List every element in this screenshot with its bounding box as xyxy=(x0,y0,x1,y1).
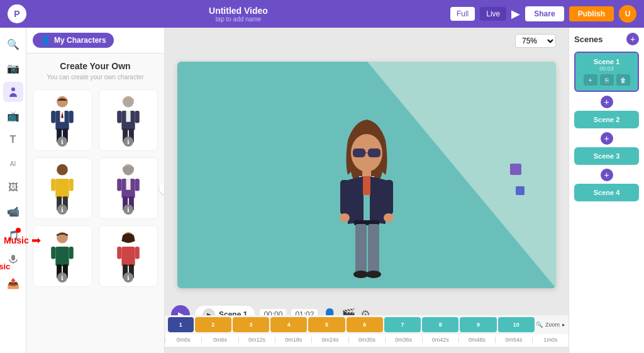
purple-rect-element[interactable] xyxy=(510,164,521,175)
scene-card-3[interactable]: Scene 3 xyxy=(574,147,639,165)
topbar-left: P xyxy=(8,4,26,23)
track-4[interactable]: 4 xyxy=(270,317,307,332)
ruler-0m0s: 0m0s xyxy=(165,337,201,343)
scene-canvas xyxy=(177,47,556,303)
sidebar-icon-search[interactable]: 🔍 xyxy=(3,34,23,54)
track-10[interactable]: 10 xyxy=(498,317,535,332)
svg-rect-16 xyxy=(117,111,121,123)
ruler-0m30s: 0m30s xyxy=(348,337,385,343)
svg-rect-13 xyxy=(126,111,130,122)
sidebar-icon-text[interactable]: T xyxy=(3,130,23,150)
music-annotation-label: Music xyxy=(4,235,29,245)
svg-rect-51 xyxy=(355,224,367,274)
mode-live-button[interactable]: Live xyxy=(480,7,506,21)
scene-1-delete[interactable]: 🗑 xyxy=(616,74,630,86)
my-characters-label: My Characters xyxy=(54,36,106,45)
svg-point-18 xyxy=(57,164,68,176)
ruler-0m36s: 0m36s xyxy=(385,337,421,343)
svg-rect-29 xyxy=(117,179,121,191)
svg-rect-45 xyxy=(368,148,380,157)
video-title[interactable]: Untitled Video xyxy=(209,6,268,16)
scene-1-add[interactable]: + xyxy=(584,74,597,86)
main-character[interactable] xyxy=(323,112,411,288)
character-card-2[interactable]: ℹ xyxy=(99,89,158,151)
svg-rect-9 xyxy=(51,111,55,123)
character-card-4[interactable]: ℹ xyxy=(99,157,158,219)
sidebar-icon-characters[interactable] xyxy=(3,82,23,102)
chars-panel-next-arrow[interactable]: › xyxy=(159,182,165,194)
chars-panel: 👤 My Characters Create Your Own You can … xyxy=(26,28,165,353)
scene-card-1[interactable]: Scene 1 00:03 + ⎘ 🗑 xyxy=(574,52,639,92)
characters-grid: ℹ ℹ xyxy=(26,83,164,293)
svg-point-54 xyxy=(366,271,381,278)
svg-rect-42 xyxy=(135,247,139,259)
canvas-background xyxy=(177,62,556,288)
track-5[interactable]: 5 xyxy=(308,317,345,332)
svg-rect-1 xyxy=(11,255,15,261)
ruler-0m48s: 0m48s xyxy=(458,337,495,343)
track-1[interactable]: 1 xyxy=(168,317,194,332)
svg-rect-22 xyxy=(51,179,55,191)
sidebar-icon-media[interactable]: 📷 xyxy=(3,58,23,78)
svg-rect-52 xyxy=(368,224,379,274)
svg-rect-55 xyxy=(340,180,349,215)
character-card-1[interactable]: ℹ xyxy=(33,89,92,151)
track-2[interactable]: 2 xyxy=(195,317,231,332)
ruler-0m18s: 0m18s xyxy=(275,337,311,343)
sidebar-icon-images[interactable]: 🖼 xyxy=(3,177,23,198)
scene-card-4[interactable]: Scene 4 xyxy=(574,184,639,201)
blue-rect-element[interactable] xyxy=(516,186,525,195)
scene-2-label: Scene 2 xyxy=(578,116,635,123)
char-info-4[interactable]: ℹ xyxy=(123,205,133,215)
track-7[interactable]: 7 xyxy=(384,317,421,332)
chars-tab-bar: 👤 My Characters xyxy=(26,28,164,53)
publish-button[interactable]: Publish xyxy=(569,6,614,21)
scene-card-2[interactable]: Scene 2 xyxy=(574,111,639,128)
ruler-0m42s: 0m42s xyxy=(422,337,458,343)
ruler-0m6s: 0m6s xyxy=(201,337,238,343)
scene-4-label: Scene 4 xyxy=(578,189,635,196)
scene-add-between-3-4[interactable]: + xyxy=(601,169,613,181)
svg-rect-30 xyxy=(135,179,139,191)
sidebar-icons: 🔍 📷 📺 T AI 🖼 📹 🎵 📤 ➡ Music xyxy=(0,28,26,353)
char-info-2[interactable]: ℹ xyxy=(123,137,133,147)
sidebar-icon-scenes[interactable]: 📺 xyxy=(3,106,23,126)
video-subtitle[interactable]: tap to add name xyxy=(216,16,261,23)
track-3[interactable]: 3 xyxy=(233,317,269,332)
user-avatar[interactable]: U xyxy=(619,5,636,23)
svg-rect-19 xyxy=(56,179,69,198)
main-area: 🔍 📷 📺 T AI 🖼 📹 🎵 📤 ➡ Music xyxy=(0,28,644,353)
char-info-5[interactable]: ℹ xyxy=(57,272,67,283)
scenes-add-button[interactable]: + xyxy=(626,33,639,45)
svg-rect-36 xyxy=(69,247,74,259)
play-button-top[interactable]: ▶ xyxy=(511,7,520,21)
character-card-3[interactable]: ℹ xyxy=(33,157,92,219)
mode-full-button[interactable]: Full xyxy=(450,7,475,21)
scene-add-between-1-2[interactable]: + xyxy=(601,96,613,108)
character-card-5[interactable]: ℹ xyxy=(33,225,92,287)
scene-3-label: Scene 3 xyxy=(578,152,635,160)
track-8[interactable]: 8 xyxy=(422,317,458,332)
sidebar-icon-ai[interactable]: AI xyxy=(3,154,23,174)
zoom-arrow: ▸ xyxy=(562,322,565,328)
zoom-selector[interactable]: 75% 50% 100% xyxy=(515,34,556,48)
scene-between-3-4: + xyxy=(574,169,639,181)
sidebar-icon-video[interactable]: 📹 xyxy=(3,201,23,221)
share-button[interactable]: Share xyxy=(525,6,564,21)
char-info-6[interactable]: ℹ xyxy=(123,272,133,283)
track-6[interactable]: 6 xyxy=(347,317,383,332)
character-card-6[interactable]: ℹ xyxy=(99,225,158,287)
my-characters-tab[interactable]: 👤 My Characters xyxy=(33,33,114,48)
scene-between-2-3: + xyxy=(574,132,639,145)
create-your-own-label[interactable]: Create Your Own xyxy=(33,61,158,71)
svg-rect-23 xyxy=(69,179,74,191)
scene-add-between-2-3[interactable]: + xyxy=(601,132,613,145)
scene-1-label: Scene 1 xyxy=(579,58,634,65)
track-9[interactable]: 9 xyxy=(460,317,496,332)
svg-rect-44 xyxy=(353,148,365,157)
char-info-1[interactable]: ℹ xyxy=(57,137,67,147)
scene-1-copy[interactable]: ⎘ xyxy=(600,74,614,86)
sidebar-icon-export[interactable]: 📤 xyxy=(3,273,23,293)
timeline-tracks: 1 2 3 4 5 6 7 8 9 10 🔍 Zoom ▸ xyxy=(165,315,569,334)
char-info-3[interactable]: ℹ xyxy=(57,205,67,215)
